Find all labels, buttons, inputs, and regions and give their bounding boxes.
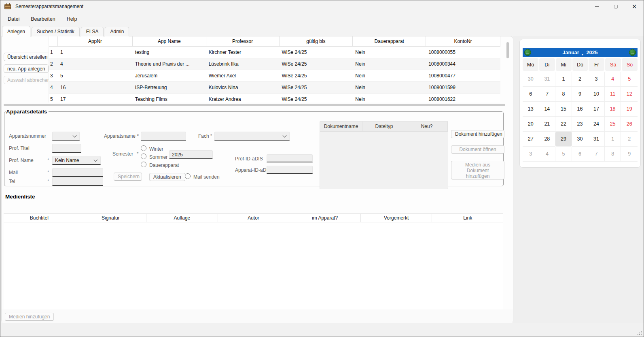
calendar-day[interactable]: 20 <box>523 117 539 132</box>
menu-item-bearbeiten[interactable]: Bearbeiten <box>25 14 61 24</box>
speichern-button[interactable]: Speichern <box>114 173 142 181</box>
calendar-day[interactable]: 4 <box>605 72 621 87</box>
aktualisieren-button[interactable]: Aktualisieren <box>149 173 185 181</box>
table-row[interactable]: 35JerusalemWiemer AxelWiSe 24/25Nein1008… <box>49 70 500 82</box>
calendar-day[interactable]: 12 <box>621 87 638 102</box>
calendar-day[interactable]: 6 <box>572 147 589 162</box>
apparat-id-adis-field[interactable] <box>267 166 313 174</box>
medien-column-header-vorgemerkt[interactable]: Vorgemerkt <box>361 214 432 222</box>
calendar-day[interactable]: 8 <box>605 147 621 162</box>
calendar-day[interactable]: 6 <box>523 87 539 102</box>
calendar-day[interactable]: 3 <box>523 147 539 162</box>
table-row[interactable]: 416ISP-BetreuungKulovics NinaWiSe 24/25N… <box>49 82 500 94</box>
calendar-day[interactable]: 23 <box>572 117 589 132</box>
dokument-öffnen-button[interactable]: Dokument öffnen <box>451 145 504 154</box>
table-row[interactable]: 24Theorie und Praxis der ...Lüsebrink Il… <box>49 58 500 70</box>
column-header-app-name[interactable]: App Name <box>133 36 206 46</box>
table-row[interactable]: 11testingKirchner TesterWiSe 24/25Nein10… <box>49 47 500 58</box>
calendar-day[interactable]: 15 <box>555 102 572 117</box>
close-button[interactable]: × <box>625 0 644 13</box>
menu-item-help[interactable]: Help <box>61 14 83 24</box>
prof-titel-field[interactable] <box>52 144 81 153</box>
dauerapparat-radio[interactable] <box>141 162 146 167</box>
medien-column-header-auflage[interactable]: Auflage <box>146 214 218 222</box>
apparatsname-field[interactable] <box>141 132 186 141</box>
doc-column-header-neu[interactable]: Neu? <box>406 122 448 131</box>
column-header-dauerapparat[interactable]: Dauerapparat <box>353 36 426 46</box>
tab-suchen-statistik[interactable]: Suchen / Statistik <box>32 27 80 36</box>
apps-table-vertical-scrollbar[interactable] <box>506 42 509 58</box>
calendar-day-selected[interactable]: 29 <box>555 132 572 147</box>
calendar-day[interactable]: 8 <box>555 87 572 102</box>
medien-hinzufuegen-button[interactable]: Medien hinzufügen <box>5 313 54 321</box>
calendar-day[interactable]: 30 <box>523 72 539 87</box>
medien-column-header-link[interactable]: Link <box>432 214 503 222</box>
apparatsnummer-combobox[interactable] <box>52 132 80 141</box>
minimize-button[interactable] <box>588 0 606 13</box>
medien-column-header-buchtitel[interactable]: Buchtitel <box>4 214 75 222</box>
maximize-button[interactable] <box>606 0 625 13</box>
calendar-day[interactable]: 22 <box>555 117 572 132</box>
prof-id-adis-field[interactable] <box>267 154 313 162</box>
calendar-day[interactable]: 5 <box>621 72 638 87</box>
calendar-day[interactable]: 11 <box>605 87 621 102</box>
medien-column-header-autor[interactable]: Autor <box>218 214 290 222</box>
calendar-day[interactable]: 9 <box>621 147 638 162</box>
medien-aus-dokument-hinzufügen-button[interactable]: Medien aus Dokument hinzufügen <box>451 161 504 179</box>
calendar-day[interactable]: 2 <box>572 72 589 87</box>
tab-elsa[interactable]: ELSA <box>81 27 104 36</box>
sidebar-button-auswahl-abbrechen[interactable]: Auswahl abbrechen <box>4 76 53 84</box>
calendar-day[interactable]: 27 <box>523 132 539 147</box>
column-header-kontonr[interactable]: KontoNr <box>426 36 500 46</box>
calendar-day[interactable]: 30 <box>572 132 589 147</box>
sidebar-button-neu-app-anlegen[interactable]: neu. App anlegen <box>4 64 49 73</box>
calendar-day[interactable]: 24 <box>588 117 605 132</box>
sommer-radio[interactable] <box>141 154 146 159</box>
calendar-next-icon[interactable]: → <box>629 49 636 56</box>
tab-anlegen[interactable]: Anlegen <box>2 26 30 37</box>
doc-column-header-dateityp[interactable]: Dateityp <box>362 122 406 131</box>
calendar-day[interactable]: 28 <box>539 132 556 147</box>
tel-field[interactable] <box>52 177 103 186</box>
calendar-day[interactable]: 7 <box>539 87 556 102</box>
calendar-prev-icon[interactable]: ← <box>524 49 531 56</box>
medien-column-header-signatur[interactable]: Signatur <box>75 214 147 222</box>
calendar-day[interactable]: 31 <box>588 132 605 147</box>
mail-senden-checkbox[interactable] <box>185 173 191 179</box>
sidebar-button-übersicht-erstellen[interactable]: Übersicht erstellen <box>4 53 51 61</box>
calendar-title[interactable]: Januar 2025 <box>563 50 598 55</box>
calendar-day[interactable]: 25 <box>605 117 621 132</box>
calendar-day[interactable]: 18 <box>605 102 621 117</box>
winter-radio[interactable] <box>141 145 146 151</box>
column-header-appnr[interactable]: AppNr <box>58 36 133 46</box>
resize-grip-icon[interactable] <box>637 330 642 335</box>
calendar-day[interactable]: 16 <box>572 102 589 117</box>
mail-field[interactable] <box>52 168 103 177</box>
calendar-day[interactable]: 5 <box>555 147 572 162</box>
calendar-day[interactable]: 1 <box>555 72 572 87</box>
calendar-day[interactable]: 13 <box>523 102 539 117</box>
calendar-day[interactable]: 7 <box>588 147 605 162</box>
apps-table-horizontal-scrollbar[interactable] <box>4 104 505 106</box>
calendar-day[interactable]: 26 <box>621 117 638 132</box>
column-header-gültig-bis[interactable]: gültig bis <box>280 36 353 46</box>
calendar-day[interactable]: 2 <box>621 132 638 147</box>
calendar-day[interactable]: 14 <box>539 102 556 117</box>
calendar-day[interactable]: 17 <box>588 102 605 117</box>
dokument-hinzufügen-button[interactable]: Dokument hinzufügen <box>451 130 504 138</box>
calendar-day[interactable]: 4 <box>539 147 556 162</box>
year-field[interactable] <box>169 150 213 159</box>
calendar-day[interactable]: 19 <box>621 102 638 117</box>
prof-name-combobox[interactable]: Kein Name <box>52 156 101 165</box>
menu-item-datei[interactable]: Datei <box>2 14 25 24</box>
calendar-day[interactable]: 21 <box>539 117 556 132</box>
doc-column-header-dokumentname[interactable]: Dokumentname <box>320 122 362 131</box>
tab-admin[interactable]: Admin <box>105 27 129 36</box>
table-row[interactable]: 517Teaching FilmsKratzer AndreaWiSe 24/2… <box>49 94 500 102</box>
calendar-day[interactable]: 10 <box>588 87 605 102</box>
calendar-day[interactable]: 1 <box>605 132 621 147</box>
column-header-professor[interactable]: Professor <box>206 36 280 46</box>
fach-combobox[interactable] <box>214 132 290 141</box>
calendar-day[interactable]: 31 <box>539 72 556 87</box>
medien-column-header-im-apparat[interactable]: im Apparat? <box>289 214 361 222</box>
